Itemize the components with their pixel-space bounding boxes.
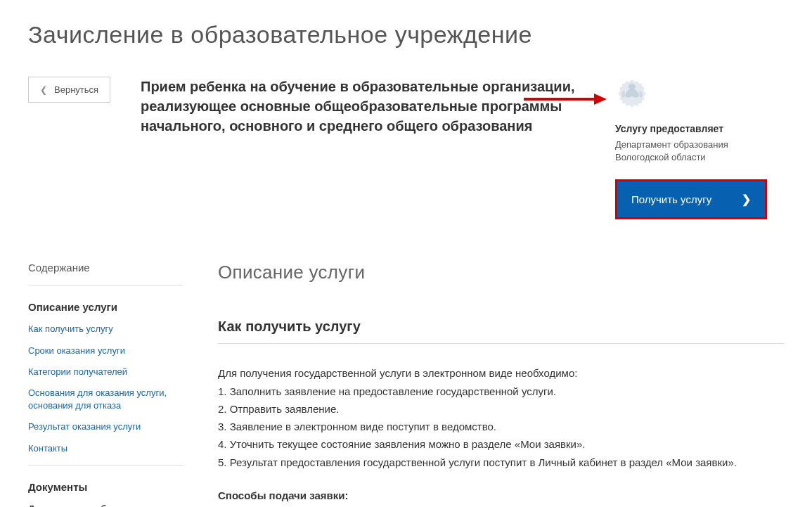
content: Описание услуги Как получить услугу Для … <box>218 262 784 507</box>
sidebar-link-how[interactable]: Как получить услугу <box>28 323 183 335</box>
content-step-5: 5. Результат предоставления государствен… <box>218 454 784 470</box>
sidebar: Содержание Описание услуги Как получить … <box>28 262 183 507</box>
content-step-3: 3. Заявление в электронном виде поступит… <box>218 418 784 435</box>
toc-title: Содержание <box>28 262 183 285</box>
back-button-label: Вернуться <box>54 84 98 95</box>
sidebar-heading-docs: Документы <box>28 481 183 493</box>
content-step-4: 4. Уточнить текущее состояние заявления … <box>218 436 784 452</box>
content-step-1: 1. Заполнить заявление на предоставление… <box>218 383 784 399</box>
chevron-right-icon: ❯ <box>742 193 751 206</box>
content-step-2: 2. Отправить заявление. <box>218 401 784 417</box>
chevron-left-icon: ❮ <box>40 85 47 95</box>
main-row: Содержание Описание услуги Как получить … <box>28 262 784 507</box>
emblem-icon <box>615 77 649 110</box>
back-button[interactable]: ❮ Вернуться <box>28 77 110 103</box>
get-service-label: Получить услугу <box>631 193 733 205</box>
sidebar-heading-desc: Описание услуги <box>28 301 183 313</box>
page-title: Зачисление в образовательное учреждение <box>28 21 784 49</box>
content-lead: Для получения государственной услуги в э… <box>218 365 784 381</box>
service-subtitle: Прием ребенка на обучение в образователь… <box>141 77 594 136</box>
provider-name: Департамент образования Вологодской обла… <box>615 139 784 164</box>
provider-label: Услугу предоставляет <box>615 123 784 134</box>
sidebar-link-terms[interactable]: Сроки оказания услуги <box>28 345 183 357</box>
get-service-highlight: Получить услугу ❯ <box>615 179 767 219</box>
sidebar-link-contacts[interactable]: Контакты <box>28 442 183 455</box>
methods-heading: Способы подачи заявки: <box>218 487 784 503</box>
header-row: ❮ Вернуться Прием ребенка на обучение в … <box>28 77 784 219</box>
sidebar-link-grounds[interactable]: Основания для оказания услуги, основания… <box>28 387 183 412</box>
sidebar-sub-docs: Документы, необходимые для получения усл… <box>28 503 183 507</box>
sidebar-link-result[interactable]: Результат оказания услуги <box>28 421 183 433</box>
section-heading-how: Как получить услугу <box>218 319 784 344</box>
sidebar-link-categories[interactable]: Категории получателей <box>28 366 183 378</box>
content-title: Описание услуги <box>218 262 784 283</box>
get-service-button[interactable]: Получить услугу ❯ <box>617 181 765 217</box>
